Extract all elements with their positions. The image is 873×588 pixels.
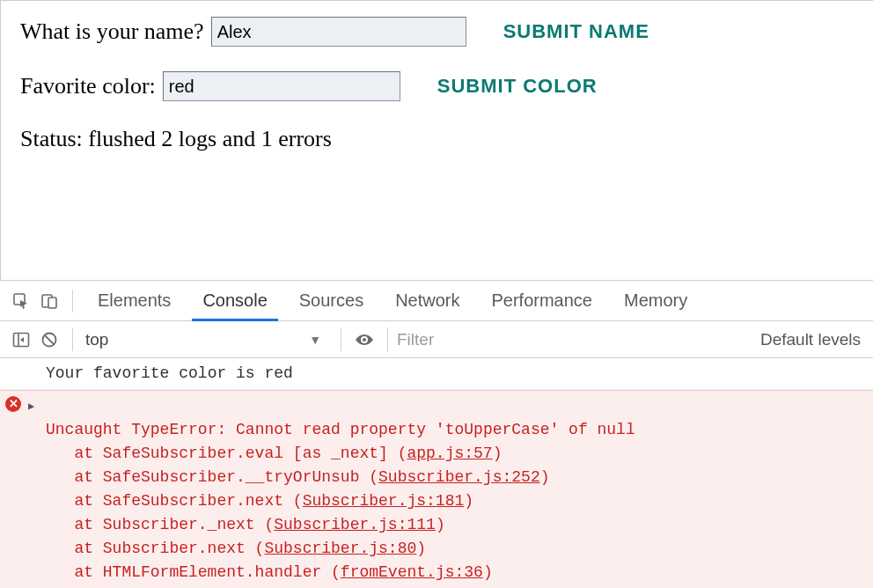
devtools-panel: Elements Console Sources Network Perform…: [0, 280, 873, 588]
console-error-row: ✕ ▶ Uncaught TypeError: Cannot read prop…: [0, 390, 873, 588]
app-page: What is your name? SUBMIT NAME Favorite …: [1, 1, 873, 161]
source-link[interactable]: Subscriber.js:111: [274, 516, 436, 533]
tab-elements[interactable]: Elements: [82, 281, 187, 320]
source-link[interactable]: Subscriber.js:252: [378, 468, 540, 486]
chevron-down-icon: ▼: [309, 333, 321, 347]
tab-sources[interactable]: Sources: [283, 281, 379, 320]
stack-text: at Subscriber.next (: [74, 540, 264, 557]
status-prefix: Status:: [20, 126, 88, 151]
svg-point-5: [363, 338, 366, 342]
console-error-message: Uncaught TypeError: Cannot read property…: [46, 394, 866, 584]
tab-network[interactable]: Network: [379, 281, 475, 320]
stack-frame: at SafeSubscriber.next (Subscriber.js:18…: [46, 492, 473, 510]
console-log-row: Your favorite color is red: [0, 358, 873, 390]
stack-text: ): [493, 445, 503, 462]
console-filter-input[interactable]: [387, 327, 748, 352]
live-expression-icon[interactable]: [352, 327, 377, 352]
console-sidebar-toggle-icon[interactable]: [9, 327, 33, 352]
stack-text: ): [464, 492, 473, 510]
stack-frame: at SafeSubscriber.eval [as _next] (app.j…: [46, 445, 502, 462]
tab-console[interactable]: Console: [187, 281, 282, 320]
inspect-element-icon[interactable]: [9, 289, 33, 313]
row-gutter: [5, 362, 46, 364]
stack-frame: at SafeSubscriber.__tryOrUnsub (Subscrib…: [46, 468, 550, 486]
name-input[interactable]: [211, 17, 466, 47]
svg-rect-2: [48, 298, 56, 308]
stack-frame: at Subscriber.next (Subscriber.js:80): [46, 540, 426, 557]
color-input[interactable]: [163, 71, 400, 101]
source-link[interactable]: Subscriber.js:80: [264, 540, 416, 557]
divider: [341, 328, 341, 351]
stack-text: ): [436, 516, 445, 533]
name-label: What is your name?: [20, 18, 204, 45]
name-form-row: What is your name? SUBMIT NAME: [20, 17, 855, 47]
stack-text: at SafeSubscriber.next (: [74, 492, 302, 510]
source-link[interactable]: fromEvent.js:36: [341, 563, 483, 581]
color-label: Favorite color:: [20, 73, 156, 99]
stack-frame: at Subscriber._next (Subscriber.js:111): [46, 516, 445, 533]
stack-frame: at HTMLFormElement.handler (fromEvent.js…: [46, 563, 493, 581]
stack-text: ): [483, 563, 493, 581]
stack-text: ): [540, 468, 550, 486]
console-toolbar: top ▼ Default levels: [0, 321, 873, 358]
row-gutter: ✕ ▶: [5, 394, 46, 415]
status-line: Status: flushed 2 logs and 1 errors: [20, 126, 855, 152]
devtools-tabstrip: Elements Console Sources Network Perform…: [0, 281, 873, 321]
disclosure-triangle-icon[interactable]: ▶: [28, 399, 34, 415]
error-headline: Uncaught TypeError: Cannot read property…: [46, 421, 635, 438]
source-link[interactable]: app.js:57: [407, 445, 492, 462]
stack-text: at SafeSubscriber.__tryOrUnsub (: [74, 468, 378, 486]
console-output: Your favorite color is red ✕ ▶ Uncaught …: [0, 358, 873, 588]
console-log-message: Your favorite color is red: [46, 362, 866, 386]
stack-text: at Subscriber._next (: [74, 516, 274, 533]
device-toolbar-icon[interactable]: [37, 289, 62, 313]
submit-name-button[interactable]: SUBMIT NAME: [503, 20, 649, 43]
context-label: top: [85, 330, 108, 349]
submit-color-button[interactable]: SUBMIT COLOR: [437, 75, 598, 98]
source-link[interactable]: Subscriber.js:181: [303, 492, 465, 510]
tab-memory[interactable]: Memory: [608, 281, 703, 320]
divider: [72, 290, 73, 312]
stack-text: at SafeSubscriber.eval [as _next] (: [74, 445, 407, 462]
clear-console-icon[interactable]: [37, 327, 62, 352]
stack-text: at HTMLFormElement.handler (: [74, 563, 340, 581]
tab-performance[interactable]: Performance: [476, 281, 609, 320]
divider: [72, 328, 73, 351]
stack-text: ): [416, 540, 426, 557]
execution-context-selector[interactable]: top ▼: [85, 330, 332, 349]
error-icon: ✕: [5, 396, 21, 412]
color-form-row: Favorite color: SUBMIT COLOR: [20, 71, 855, 101]
status-text: flushed 2 logs and 1 errors: [88, 126, 332, 151]
log-level-selector[interactable]: Default levels: [748, 330, 866, 349]
